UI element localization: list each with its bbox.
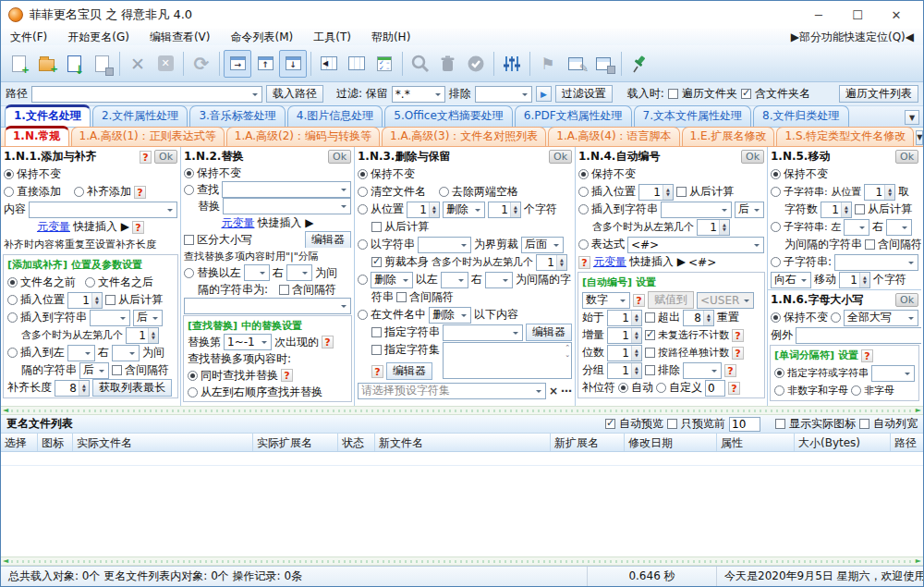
subtab-extension[interactable]: 1.E.扩展名修改 (682, 127, 775, 146)
find-radio[interactable] (184, 185, 194, 195)
toolbar-delete-preview-button[interactable] (434, 50, 462, 78)
word-sep-combo[interactable] (871, 365, 915, 382)
with-sep-checkbox[interactable] (112, 365, 122, 375)
exclude-combo[interactable] (683, 362, 722, 379)
include-folder-name-checkbox[interactable] (741, 89, 751, 99)
from-end-checkbox[interactable] (105, 295, 116, 305)
meta-var-link[interactable]: 元变量 (37, 219, 70, 235)
charset-textarea[interactable] (443, 342, 572, 379)
sep-pos-combo[interactable]: 后 (79, 362, 109, 379)
toolbar-panel-top-button[interactable]: ↑ (251, 50, 279, 78)
per-path-checkbox[interactable] (645, 348, 655, 358)
multi-index-spinner[interactable]: 1▲▼ (126, 327, 159, 344)
toolbar-panel-right-button[interactable]: → (224, 50, 251, 78)
insert-pos-radio[interactable] (578, 187, 589, 197)
toolbar-add-folder-button[interactable]: ＋ (32, 50, 60, 78)
show-icons-checkbox[interactable] (775, 419, 785, 429)
scroll-right-icon[interactable]: ► (916, 557, 921, 565)
insert-to-string-radio[interactable] (578, 204, 589, 214)
insert-pos-spinner[interactable]: 1▲▼ (638, 184, 674, 201)
count-spinner[interactable]: 1▲▼ (488, 202, 521, 218)
start-spinner[interactable]: 1▲▼ (607, 310, 642, 326)
content-combo[interactable] (29, 202, 177, 218)
delete-between-radio[interactable] (358, 275, 368, 285)
keep-unchanged-radio[interactable] (358, 169, 368, 179)
left-sep-combo[interactable] (244, 264, 270, 281)
exclude-filter-combo[interactable] (475, 86, 532, 103)
ok-button[interactable]: Ok (895, 150, 918, 164)
path-combo[interactable] (31, 86, 262, 103)
left-sep-combo[interactable] (67, 345, 95, 361)
toolbar-new-file-button[interactable]: ＋ (5, 50, 32, 78)
left-sep-combo[interactable] (844, 219, 869, 236)
before-after-combo[interactable]: 后 (735, 202, 764, 218)
exception-input[interactable] (796, 327, 921, 344)
subtab-normal[interactable]: 1.N.常规 (5, 126, 69, 146)
subtab-regex[interactable]: 1.A.高级(1)：正则表达式等 (71, 127, 225, 146)
toolbar-table-edit-button[interactable]: ✎ (562, 50, 590, 78)
toolbar-flag-button[interactable]: ⚑ (534, 50, 562, 78)
delete-keep-combo[interactable]: 删除 (443, 202, 485, 218)
keep-unchanged-radio[interactable] (4, 169, 14, 179)
menu-command-list[interactable]: 命令列表(M) (231, 30, 294, 45)
menu-start-rename[interactable]: 开始更名(G) (67, 30, 129, 45)
ok-button[interactable]: Ok (328, 150, 351, 164)
col-select[interactable]: 选择 (1, 434, 38, 451)
toolbar-delete-button[interactable]: ✕ (124, 50, 152, 78)
toolbar-table-save-button[interactable] (590, 50, 617, 78)
find-combo[interactable] (222, 181, 351, 198)
exclude-checkbox[interactable] (645, 365, 655, 375)
scroll-left-icon[interactable]: ◄ (3, 407, 8, 414)
case-sensitive-checkbox[interactable] (184, 235, 194, 245)
overflow-checkbox[interactable] (645, 312, 655, 323)
maximize-button[interactable]: ☐ (838, 2, 877, 28)
from-end-checkbox[interactable] (676, 187, 687, 197)
preset-charset-combo[interactable]: 请选择预设字符集 (358, 383, 546, 399)
traverse-folders-checkbox[interactable] (668, 89, 678, 99)
toolbar-grid-columns-button[interactable] (343, 50, 371, 78)
insert-pos-radio[interactable] (7, 295, 18, 305)
scroll-right-icon[interactable]: ► (916, 407, 921, 414)
from-pos-spinner[interactable]: 1▲▼ (864, 184, 895, 201)
char-count-spinner[interactable]: 1▲▼ (821, 202, 852, 218)
assign-var-combo[interactable]: <USER.0> (697, 292, 754, 309)
insert-to-string-radio[interactable] (7, 312, 18, 323)
help-icon[interactable]: ? (633, 294, 645, 307)
right-sep-combo[interactable] (886, 219, 912, 236)
help-icon[interactable]: ? (132, 221, 144, 234)
replace-between-radio[interactable] (184, 268, 194, 278)
pos-spinner[interactable]: 1▲▼ (407, 202, 440, 218)
left-sep-combo[interactable] (441, 272, 468, 288)
toolbar-refresh-button[interactable]: ⟳ (188, 50, 215, 78)
right-sep-combo[interactable] (112, 345, 140, 361)
subtab-compare-list[interactable]: 1.A.高级(3)：文件名对照列表 (382, 127, 546, 146)
group-spinner[interactable]: 1▲▼ (607, 362, 642, 379)
toolbar-pin-button[interactable] (626, 50, 653, 78)
from-end-checkbox[interactable] (371, 222, 382, 232)
from-end-checkbox[interactable] (855, 204, 865, 214)
nth-occurrence-combo[interactable]: 1~-1 (224, 334, 272, 350)
tab-filename[interactable]: 1.文件名处理 (5, 104, 91, 127)
main-tabs-dropdown-icon[interactable]: ▼ (905, 110, 919, 125)
multi-index-spinner[interactable]: 1▲▼ (536, 254, 567, 271)
menu-file[interactable]: 文件(F) (10, 30, 47, 45)
help-icon[interactable]: ? (724, 364, 736, 377)
between-replace-combo[interactable] (184, 298, 351, 314)
clear-name-radio[interactable] (358, 187, 368, 197)
assign-to-button[interactable]: 赋值到 (648, 291, 694, 309)
clear-preset-icon[interactable]: × (549, 385, 558, 397)
file-list-body[interactable] (1, 452, 923, 556)
non-alpha-radio[interactable] (851, 385, 861, 396)
in-name-radio[interactable] (358, 310, 368, 320)
keep-unchanged-radio[interactable] (578, 169, 589, 179)
overflow-spinner[interactable]: 8▲▼ (683, 310, 714, 326)
auto-preview-checkbox[interactable] (605, 419, 615, 429)
help-icon[interactable]: ? (281, 369, 293, 382)
expression-radio[interactable] (578, 239, 589, 250)
help-icon[interactable]: ? (732, 347, 744, 360)
direction-combo[interactable]: 向右 (771, 272, 811, 288)
subtab-encoding[interactable]: 1.A.高级(2)：编码与转换等 (226, 127, 380, 146)
insert-pos-spinner[interactable]: 1▲▼ (67, 292, 103, 309)
panels-hscrollbar[interactable]: ◄► (1, 406, 923, 415)
help-icon[interactable]: ? (732, 329, 744, 342)
